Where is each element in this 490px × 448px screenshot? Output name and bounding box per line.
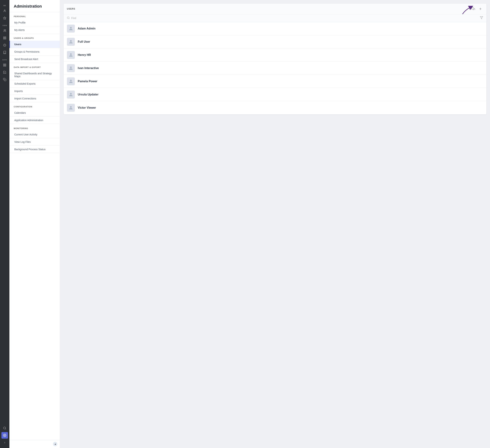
main-content: USERS (60, 0, 490, 448)
user-name: Ursula Updater (78, 93, 98, 96)
sidebar-item-groups-permissions[interactable]: Groups & Permissions (9, 48, 60, 55)
clock-icon[interactable] (1, 42, 8, 48)
sidebar-collapse-button[interactable]: ◀ (53, 442, 57, 446)
svg-point-24 (70, 27, 72, 29)
users-panel-title: USERS (67, 8, 75, 10)
rail-me-label: ME (3, 5, 6, 7)
sidebar-item-current-user-activity[interactable]: Current User Activity (9, 131, 60, 138)
svg-point-21 (67, 17, 69, 19)
svg-rect-9 (3, 64, 4, 65)
rail-view-label: VIEW (2, 25, 7, 26)
user-avatar (67, 64, 75, 72)
user-icon[interactable] (1, 8, 8, 14)
sidebar-footer: ◀ (9, 440, 60, 448)
user-avatar (67, 104, 75, 112)
users-panel: USERS (64, 4, 486, 114)
user-row-full-user[interactable]: Full User (64, 35, 486, 48)
svg-line-15 (5, 429, 6, 429)
user-name: Ivan Interactive (78, 67, 99, 70)
svg-point-26 (70, 53, 72, 55)
user-row-victor-viewer[interactable]: Victor Viewer (64, 101, 486, 114)
rail-data-label: DATA (2, 59, 7, 61)
book-icon[interactable] (1, 49, 8, 56)
svg-point-0 (4, 10, 5, 11)
svg-point-29 (70, 93, 72, 95)
sidebar-item-shared-dashboards[interactable]: Shared Dashboards and Strategy Maps (9, 70, 60, 80)
search-icon-wrap (67, 17, 70, 20)
sidebar-item-users[interactable]: Users (9, 41, 60, 48)
user-row-pamela-power[interactable]: Pamela Power (64, 75, 486, 88)
sidebar-item-background-process-status[interactable]: Background Process Status (9, 146, 60, 153)
data-import-export-section-label: DATA IMPORT & EXPORT (9, 63, 60, 70)
upload-button[interactable] (471, 6, 476, 12)
people-icon[interactable] (1, 27, 8, 34)
svg-rect-12 (5, 65, 6, 66)
user-avatar (67, 51, 75, 59)
svg-rect-4 (3, 37, 4, 38)
sidebar-item-import-connections[interactable]: Import Connections (9, 95, 60, 102)
sidebar-item-application-administration[interactable]: Application Administration (9, 117, 60, 124)
user-row-adam-admin[interactable]: Adam Admin (64, 22, 486, 35)
sidebar-item-imports[interactable]: Imports (9, 88, 60, 95)
svg-point-16 (4, 435, 5, 436)
monitoring-section-label: MONITORING (9, 124, 60, 131)
user-avatar (67, 38, 75, 46)
svg-point-27 (70, 67, 72, 68)
users-groups-section-label: USERS & GROUPS (9, 34, 60, 41)
svg-point-14 (3, 427, 6, 429)
grid-icon[interactable] (1, 62, 8, 68)
sidebar-item-my-profile[interactable]: My Profile (9, 19, 60, 26)
star-icon[interactable] (1, 15, 8, 21)
svg-point-30 (70, 106, 72, 108)
svg-point-25 (70, 40, 72, 42)
svg-rect-7 (5, 38, 6, 39)
sidebar-item-my-alerts[interactable]: My Alerts (9, 26, 60, 34)
user-avatar (67, 25, 75, 33)
svg-line-22 (69, 18, 70, 19)
configuration-section-label: CONFIGURATION (9, 102, 60, 109)
search-icon[interactable] (1, 425, 8, 431)
icon-rail: ME VIEW DATA (0, 0, 9, 448)
user-row-henry-hr[interactable]: Henry HR (64, 48, 486, 62)
sidebar-item-view-log-files[interactable]: View Log Files (9, 138, 60, 146)
svg-marker-1 (3, 17, 6, 19)
copy-icon[interactable] (1, 76, 8, 83)
user-name: Pamela Power (78, 80, 97, 83)
search-bar (64, 14, 486, 22)
user-avatar (67, 91, 75, 98)
user-row-ursula-updater[interactable]: Ursula Updater (64, 88, 486, 101)
svg-marker-23 (480, 17, 483, 19)
svg-rect-5 (5, 37, 6, 38)
dashboard-icon[interactable] (1, 35, 8, 41)
svg-point-3 (5, 30, 6, 31)
expand-icon[interactable] (1, 439, 8, 446)
page-title: Administration (9, 0, 60, 12)
gear-icon[interactable] (1, 432, 8, 439)
search-input[interactable] (71, 17, 478, 19)
svg-point-2 (4, 30, 5, 31)
user-row-ivan-interactive[interactable]: Ivan Interactive (64, 62, 486, 75)
user-name: Full User (78, 40, 90, 43)
users-panel-header: USERS (64, 4, 486, 14)
user-name: Henry HR (78, 53, 91, 57)
rail-bottom (1, 425, 8, 448)
header-actions (471, 6, 483, 12)
sidebar-item-scheduled-exports[interactable]: Scheduled Exports (9, 80, 60, 88)
svg-point-28 (70, 80, 72, 81)
svg-rect-10 (5, 64, 6, 65)
svg-rect-6 (3, 38, 4, 39)
user-avatar (67, 77, 75, 85)
user-list: Adam Admin Full User Henry HR (64, 22, 486, 114)
sidebar: Administration PERSONAL My Profile My Al… (9, 0, 60, 448)
svg-rect-11 (3, 65, 4, 66)
user-name: Victor Viewer (78, 106, 96, 109)
personal-section-label: PERSONAL (9, 12, 60, 19)
add-user-button[interactable] (478, 6, 483, 12)
user-name: Adam Admin (78, 27, 96, 30)
svg-rect-13 (4, 79, 6, 81)
check-square-icon[interactable] (1, 69, 8, 76)
filter-icon[interactable] (480, 16, 483, 20)
sidebar-item-calendars[interactable]: Calendars (9, 109, 60, 117)
sidebar-item-send-broadcast-alert[interactable]: Send Broadcast Alert (9, 55, 60, 63)
